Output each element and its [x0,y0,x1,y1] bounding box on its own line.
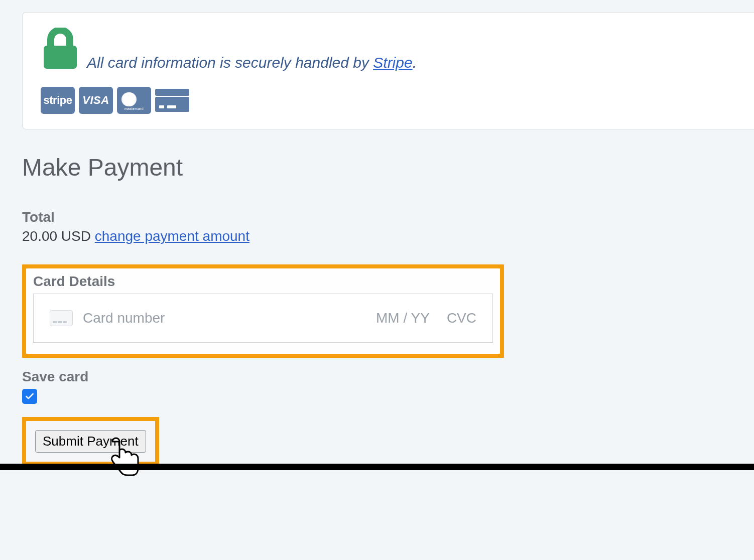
page-title: Make Payment [22,154,754,181]
card-icon [50,310,73,326]
card-details-label: Card Details [33,273,493,290]
card-cvc-placeholder: CVC [447,310,476,326]
save-card-block: Save card [22,369,754,404]
card-badges: stripe VISA mastercard [41,87,736,114]
card-input[interactable]: Card number MM / YY CVC [33,294,493,343]
security-message-prefix: All card information is securely handled… [87,54,373,71]
total-amount: 20.00 USD [22,228,91,244]
save-card-checkbox[interactable] [22,389,37,404]
bottom-strip [0,464,754,470]
submit-highlight: Submit Payment [22,417,159,466]
card-details-highlight: Card Details Card number MM / YY CVC [22,264,504,358]
card-number-placeholder: Card number [83,310,165,326]
security-banner: All card information is securely handled… [22,12,754,129]
stripe-badge-icon: stripe [41,87,75,114]
visa-badge-icon: VISA [79,87,113,114]
stripe-link[interactable]: Stripe [373,54,412,71]
save-card-label: Save card [22,369,754,385]
total-label: Total [22,209,754,225]
change-amount-link[interactable]: change payment amount [95,228,249,244]
lock-icon [41,28,80,72]
card-expiry-placeholder: MM / YY [376,310,430,326]
submit-payment-button[interactable]: Submit Payment [35,430,146,453]
mastercard-badge-icon: mastercard [117,87,151,114]
total-block: Total 20.00 USD change payment amount [22,209,754,244]
generic-card-badge-icon [155,87,189,114]
total-line: 20.00 USD change payment amount [22,228,754,244]
security-message: All card information is securely handled… [87,54,417,72]
security-message-suffix: . [413,54,417,71]
